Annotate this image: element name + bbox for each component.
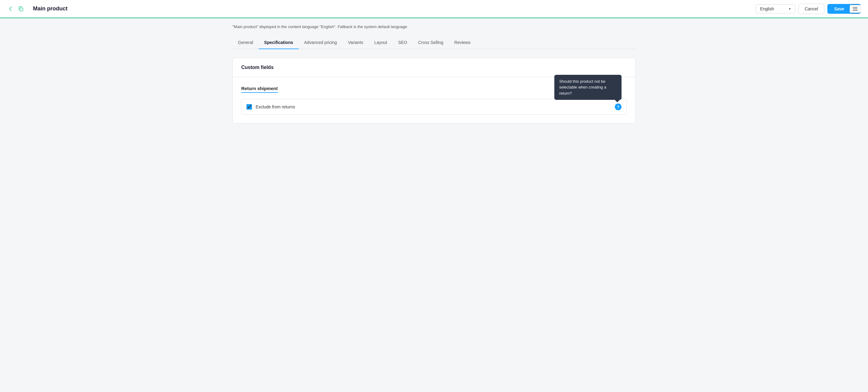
section-underline	[241, 92, 278, 93]
header-actions: English ▾ Cancel Save ▾	[755, 4, 861, 14]
help-icon[interactable]: ?	[615, 103, 622, 110]
exclude-from-returns-row: Exclude from returns ? Should this produ…	[241, 99, 627, 115]
language-label: English	[760, 6, 774, 11]
tab-advanced-pricing[interactable]: Advanced pricing	[299, 36, 342, 49]
main-content: "Main product" displayed in the content …	[220, 18, 648, 130]
tab-general[interactable]: General	[232, 36, 259, 49]
page-title: Main product	[33, 5, 67, 12]
section-title: Return shipment	[241, 86, 627, 91]
tab-specifications[interactable]: Specifications	[259, 36, 299, 49]
custom-fields-card: Custom fields Return shipment Exclude fr…	[232, 58, 636, 124]
tab-variants[interactable]: Variants	[342, 36, 369, 49]
context-menu-button[interactable]	[850, 5, 861, 13]
menu-line-3	[853, 10, 858, 11]
copy-button[interactable]	[18, 6, 24, 12]
tab-reviews[interactable]: Reviews	[449, 36, 476, 49]
tab-nav: General Specifications Advanced pricing …	[232, 36, 636, 49]
back-button[interactable]	[7, 6, 13, 12]
language-dropdown[interactable]: English ▾	[755, 4, 795, 13]
cancel-button[interactable]: Cancel	[798, 4, 825, 14]
save-button[interactable]: Save	[827, 4, 851, 14]
menu-line-2	[853, 8, 858, 9]
info-bar: "Main product" displayed in the content …	[232, 25, 636, 29]
card-body: Return shipment Exclude from returns ? S…	[233, 77, 635, 123]
tab-cross-selling[interactable]: Cross Selling	[413, 36, 449, 49]
checkbox-left: Exclude from returns	[246, 104, 295, 109]
menu-line-1	[853, 7, 858, 8]
header-left: Main product	[7, 5, 67, 12]
chevron-down-icon: ▾	[789, 7, 791, 11]
svg-rect-0	[20, 8, 23, 11]
tab-seo[interactable]: SEO	[393, 36, 413, 49]
exclude-from-returns-checkbox[interactable]	[246, 104, 252, 109]
card-title: Custom fields	[233, 58, 635, 77]
tab-layout[interactable]: Layout	[369, 36, 393, 49]
header: Main product English ▾ Cancel Save ▾	[0, 0, 868, 18]
help-icon-wrapper: ? Should this product not be selectable …	[615, 103, 622, 110]
exclude-from-returns-label: Exclude from returns	[256, 104, 295, 109]
return-shipment-section: Return shipment Exclude from returns ? S…	[241, 86, 627, 115]
